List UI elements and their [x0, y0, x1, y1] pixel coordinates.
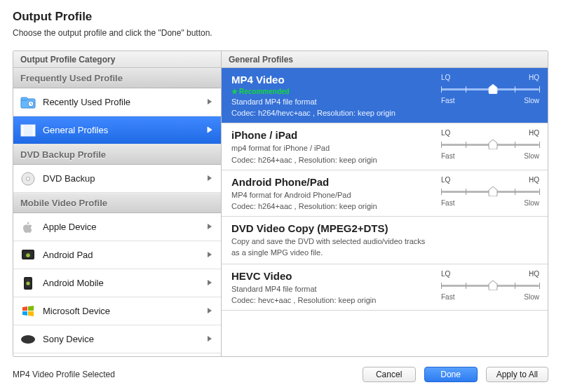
clock-folder-icon — [20, 95, 36, 110]
svg-rect-10 — [33, 131, 34, 133]
profile-desc: Copy and save the DVD with selected audi… — [231, 236, 539, 258]
windows-icon — [20, 304, 36, 319]
fast-label: Fast — [441, 293, 454, 301]
android-phone-icon — [20, 276, 36, 291]
quality-slider[interactable] — [441, 281, 539, 290]
svg-point-16 — [26, 253, 30, 257]
slow-label: Slow — [524, 97, 539, 104]
chevron-right-icon — [207, 334, 212, 344]
profile-item-android[interactable]: Android Phone/Pad MP4 format for Android… — [222, 170, 548, 217]
slider-thumb-icon[interactable] — [488, 140, 498, 149]
apply-to-all-button[interactable]: Apply to All — [486, 367, 548, 382]
category-item-apple[interactable]: Apple Device — [13, 213, 221, 241]
svg-point-21 — [26, 281, 29, 285]
status-text: MP4 Video Profile Selected — [13, 370, 115, 379]
apple-icon — [20, 219, 36, 235]
hq-label: HQ — [529, 74, 539, 81]
hq-label: HQ — [529, 176, 539, 184]
slow-label: Slow — [524, 293, 539, 301]
category-item-recent[interactable]: Recently Used Profile — [13, 88, 221, 116]
quality-slider-group: LQ HQ Fast Slow — [441, 74, 539, 104]
content-area: Output Profile Category Frequently Used … — [13, 50, 548, 357]
lq-label: LQ — [441, 74, 450, 81]
profile-codec: Codec: h264/hevc+aac , Resolution: keep … — [231, 109, 539, 117]
category-item-sony[interactable]: Sony Device — [13, 325, 221, 353]
hq-label: HQ — [529, 129, 539, 137]
chevron-right-icon — [207, 97, 212, 107]
slow-label: Slow — [524, 199, 539, 207]
fast-label: Fast — [441, 152, 454, 160]
chevron-right-icon — [207, 173, 212, 184]
slider-thumb-icon[interactable] — [488, 187, 498, 196]
category-item-label: Microsoft Device — [43, 306, 110, 316]
category-section-header: Mobile Video Profile — [13, 193, 221, 213]
header: Output Profile Choose the output profile… — [0, 0, 561, 45]
quality-slider-group: LQ HQ Fast Slow — [441, 176, 539, 207]
chevron-right-icon — [207, 125, 212, 135]
category-item-general[interactable]: General Profiles — [13, 116, 221, 144]
profile-item-iphone[interactable]: iPhone / iPad mp4 format for iPhone / iP… — [222, 123, 548, 170]
svg-rect-6 — [22, 131, 23, 133]
svg-point-23 — [29, 282, 29, 283]
output-profile-window: Output Profile Choose the output profile… — [0, 0, 561, 392]
category-item-label: DVD Backup — [43, 173, 95, 184]
sony-icon — [20, 332, 36, 347]
slow-label: Slow — [524, 152, 539, 160]
category-item-dvdbackup[interactable]: DVD Backup — [13, 165, 221, 193]
fast-label: Fast — [441, 199, 454, 207]
profile-item-mp4[interactable]: MP4 Video ★Recommended Standard MP4 file… — [222, 68, 548, 123]
profiles-column[interactable]: General Profiles MP4 Video ★Recommended … — [222, 51, 548, 356]
category-item-label: Android Pad — [43, 250, 93, 260]
category-item-androidpad[interactable]: Android Pad — [13, 241, 221, 269]
profile-item-hevc[interactable]: HEVC Video Standard MP4 file format Code… — [222, 264, 548, 311]
done-button[interactable]: Done — [424, 367, 478, 382]
chevron-right-icon — [207, 278, 212, 288]
category-item-microsoft[interactable]: Microsoft Device — [13, 297, 221, 325]
lq-label: LQ — [441, 270, 450, 278]
category-item-label: Sony Device — [43, 334, 94, 344]
film-icon — [20, 123, 36, 138]
category-item-label: General Profiles — [43, 125, 108, 135]
quality-slider[interactable] — [441, 187, 539, 196]
svg-point-18 — [29, 254, 29, 255]
cancel-button[interactable]: Cancel — [363, 367, 416, 382]
category-column-header: Output Profile Category — [13, 51, 221, 68]
svg-rect-7 — [22, 134, 23, 135]
svg-point-22 — [27, 282, 28, 283]
quality-slider-group: LQ HQ Fast Slow — [441, 270, 539, 301]
category-item-label: Recently Used Profile — [43, 97, 130, 107]
star-icon: ★ — [231, 88, 238, 95]
fast-label: Fast — [441, 97, 454, 104]
category-section-header: Frequently Used Profile — [13, 68, 221, 88]
chevron-right-icon — [207, 250, 212, 260]
slider-thumb-icon[interactable] — [488, 281, 498, 290]
svg-rect-1 — [21, 97, 27, 100]
page-title: Output Profile — [13, 10, 548, 24]
quality-slider[interactable] — [441, 140, 539, 149]
category-section-header: DVD Backup Profile — [13, 144, 221, 165]
hq-label: HQ — [529, 270, 539, 278]
category-item-androidmobile[interactable]: Android Mobile — [13, 269, 221, 297]
slider-thumb-icon[interactable] — [488, 84, 498, 94]
quality-slider[interactable] — [441, 84, 539, 94]
svg-rect-8 — [33, 126, 34, 127]
lq-label: LQ — [441, 176, 450, 184]
profile-title: DVD Video Copy (MPEG2+DTS) — [231, 222, 539, 234]
svg-point-24 — [21, 335, 35, 344]
footer: MP4 Video Profile Selected Cancel Done A… — [0, 357, 561, 392]
svg-rect-9 — [33, 128, 34, 130]
category-column[interactable]: Output Profile Category Frequently Used … — [13, 51, 222, 356]
page-subtitle: Choose the output profile and click the … — [13, 28, 548, 38]
lq-label: LQ — [441, 129, 450, 137]
chevron-right-icon — [207, 222, 212, 232]
svg-rect-4 — [22, 126, 23, 127]
disc-icon — [20, 171, 36, 187]
svg-point-13 — [27, 177, 30, 180]
svg-point-17 — [27, 254, 27, 255]
category-item-label: Android Mobile — [43, 278, 104, 288]
quality-slider-group: LQ HQ Fast Slow — [441, 129, 539, 160]
category-item-label: Apple Device — [43, 222, 97, 232]
svg-rect-5 — [22, 128, 23, 130]
profiles-column-header: General Profiles — [222, 51, 548, 68]
profile-item-dvdcopy[interactable]: DVD Video Copy (MPEG2+DTS) Copy and save… — [222, 217, 548, 264]
